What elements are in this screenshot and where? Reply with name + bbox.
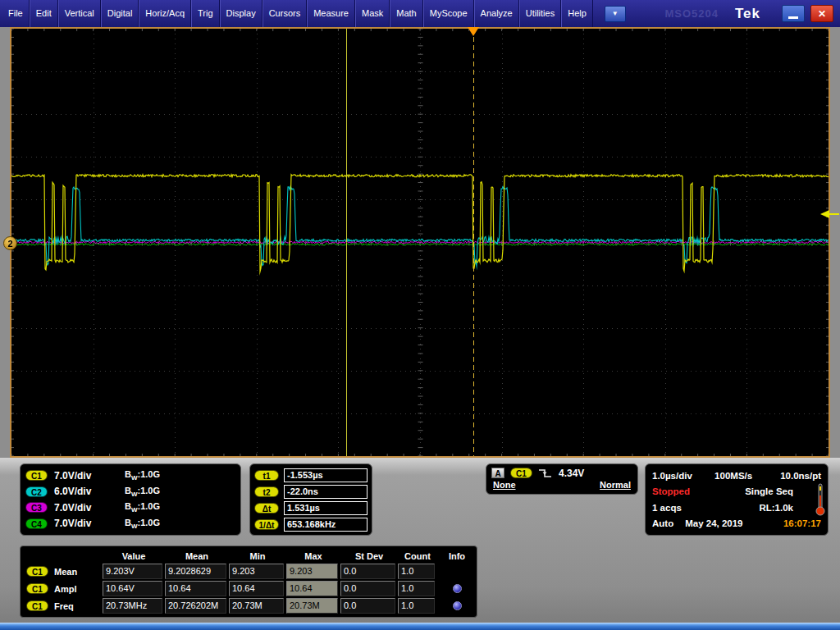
- trigger-readout: A C1 4.34V: [491, 466, 632, 480]
- trigger-level-arrow[interactable]: [820, 210, 839, 218]
- chevron-down-icon: ▼: [612, 10, 619, 17]
- acquisition-count: 1 acqs: [652, 503, 682, 513]
- meas-min: 20.73M: [229, 598, 284, 614]
- menu-item-myscope[interactable]: MyScope: [423, 0, 474, 27]
- menu-item-mask[interactable]: Mask: [355, 0, 390, 27]
- meas-count: 1.0: [398, 564, 435, 579]
- cursor-readout-t2: t2 -22.0ns: [254, 484, 368, 500]
- meas-value: 9.203V: [103, 564, 162, 579]
- thermometer-icon: [815, 482, 825, 517]
- channel-badge-c3[interactable]: C3: [25, 502, 48, 513]
- horizontal-panel: 1.0µs/div 100MS/s 10.0ns/pt Stopped Sing…: [645, 463, 829, 536]
- trigger-event-badge[interactable]: A: [491, 468, 504, 478]
- meas-c1-badge[interactable]: C1: [26, 566, 48, 577]
- close-button[interactable]: ✕: [810, 5, 833, 22]
- trigger-position-marker[interactable]: [468, 27, 479, 36]
- channel-bandwidth-c1: BW:1.0G: [125, 469, 160, 482]
- cursor-panel: t1 -1.553µs t2 -22.0ns Δt 1.531µs 1/Δt 6…: [249, 463, 372, 536]
- cursor-readout-dt: Δt 1.531µs: [254, 500, 368, 516]
- vertical-panel: C1 7.0V/div BW:1.0G C2 6.0V/div BW:1.0G …: [20, 463, 241, 536]
- cursor-readout-t1: t1 -1.553µs: [254, 468, 368, 483]
- menu-item-math[interactable]: Math: [390, 0, 422, 27]
- taskbar-strip: [0, 623, 840, 630]
- menu-dropdown-button[interactable]: ▼: [605, 6, 626, 22]
- meas-info-cell: [437, 581, 477, 596]
- header-max: Max: [286, 551, 340, 561]
- channel-bandwidth-c2: BW:1.0G: [125, 486, 160, 498]
- measurement-row-ampl: C1 Ampl 10.64V 10.64 10.64 10.64 0.0 1.0: [21, 580, 477, 597]
- channel-badge-c1[interactable]: C1: [25, 470, 48, 481]
- menu-item-cursors[interactable]: Cursors: [262, 0, 308, 27]
- channel-scale-c2: 6.0V/div: [54, 486, 125, 497]
- menu-item-analyze[interactable]: Analyze: [474, 0, 519, 27]
- channel-scale-c1: 7.0V/div: [54, 470, 125, 482]
- acquisition-state: Stopped: [652, 486, 690, 496]
- meas-min: 9.203: [229, 564, 284, 579]
- meas-name: Freq: [54, 601, 74, 611]
- meas-max: 10.64: [286, 581, 338, 596]
- meas-c1-badge[interactable]: C1: [26, 600, 48, 611]
- channel-bandwidth-c4: BW:1.0G: [125, 518, 160, 530]
- cursor-t2-value: -22.0ns: [284, 485, 368, 499]
- info-icon[interactable]: [453, 584, 462, 593]
- measurement-panel: Value Mean Min Max St Dev Count Info C1 …: [20, 546, 477, 618]
- channel-2-handle[interactable]: 2: [3, 236, 17, 250]
- meas-count: 1.0: [398, 598, 435, 614]
- tek-logo: Tek: [735, 6, 760, 22]
- cursor-inv-dt-badge: 1/Δt: [254, 519, 279, 530]
- menu-item-measure[interactable]: Measure: [307, 0, 355, 27]
- cursor-inv-dt-value: 653.168kHz: [284, 518, 368, 532]
- minimize-icon: [788, 16, 798, 19]
- trigger-holdoff: None: [493, 480, 516, 492]
- minimize-button[interactable]: [782, 5, 805, 22]
- meas-max: 9.203: [286, 564, 338, 579]
- trigger-source-badge[interactable]: C1: [510, 468, 532, 478]
- menu-item-digital[interactable]: Digital: [101, 0, 139, 27]
- date-label: May 24, 2019: [685, 518, 742, 528]
- menu-item-help[interactable]: Help: [561, 0, 593, 27]
- cursor-dt-badge: Δt: [254, 503, 279, 514]
- channel-readout-c4: C4 7.0V/div BW:1.0G: [25, 516, 235, 532]
- meas-mean: 20.726202M: [165, 598, 226, 614]
- channel-bandwidth-c3: BW:1.0G: [125, 501, 160, 514]
- menu-item-edit[interactable]: Edit: [30, 0, 58, 27]
- meas-min: 10.64: [229, 581, 284, 596]
- channel-badge-c4[interactable]: C4: [25, 518, 48, 529]
- menu-item-display[interactable]: Display: [220, 0, 262, 27]
- header-value: Value: [103, 551, 165, 561]
- trigger-mode: Normal: [600, 480, 631, 492]
- menu-bar: File Edit Vertical Digital Horiz/Acq Tri…: [0, 0, 840, 27]
- record-length: RL:1.0k: [759, 503, 793, 513]
- meas-count: 1.0: [398, 581, 435, 596]
- menu-item-trig[interactable]: Trig: [191, 0, 220, 27]
- menu-item-horiz-acq[interactable]: Horiz/Acq: [139, 0, 191, 27]
- meas-value: 10.64V: [103, 581, 162, 596]
- trigger-panel: A C1 4.34V None Normal: [486, 463, 638, 495]
- datetime-row: Auto May 24, 2019 16:07:17: [652, 516, 821, 531]
- meas-info-cell: [437, 598, 477, 614]
- horizontal-scale: 1.0µs/div: [652, 471, 692, 481]
- meas-stdev: 0.0: [340, 564, 395, 579]
- model-watermark: MSO5204: [664, 7, 719, 20]
- info-icon[interactable]: [453, 601, 462, 610]
- sample-resolution: 10.0ns/pt: [780, 471, 821, 481]
- header-info: Info: [437, 551, 477, 561]
- scope-canvas[interactable]: [11, 29, 829, 456]
- trigger-level-value: 4.34V: [559, 468, 584, 479]
- menu-item-utilities[interactable]: Utilities: [519, 0, 561, 27]
- channel-readout-c3: C3 7.0V/div BW:1.0G: [25, 500, 235, 516]
- acq-state-row: Stopped Single Seq: [652, 484, 821, 499]
- waveform-display[interactable]: 2: [10, 27, 830, 458]
- menu-item-file[interactable]: File: [2, 0, 30, 27]
- cursor-t1-badge: t1: [254, 470, 279, 481]
- header-stdev: St Dev: [340, 551, 398, 561]
- channel-badge-c2[interactable]: C2: [25, 486, 48, 497]
- menu-item-vertical[interactable]: Vertical: [58, 0, 101, 27]
- meas-value: 20.73MHz: [103, 598, 162, 614]
- cursor-readout-inv-dt: 1/Δt 653.168kHz: [254, 517, 368, 532]
- header-count: Count: [398, 551, 437, 561]
- meas-c1-badge[interactable]: C1: [26, 583, 48, 594]
- channel-scale-c3: 7.0V/div: [54, 502, 125, 514]
- sample-rate: 100MS/s: [714, 471, 752, 481]
- cursor-t2-badge: t2: [254, 486, 279, 497]
